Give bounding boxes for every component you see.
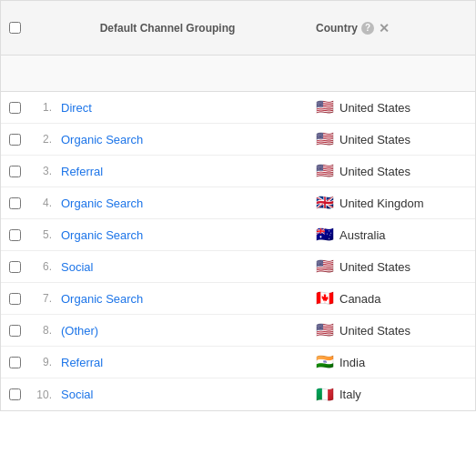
country-flag: 🇺🇸 (316, 165, 334, 177)
row-country-cell: 🇺🇸 United States (307, 101, 475, 115)
table-row: 4. Organic Search 🇬🇧 United Kingdom (1, 187, 475, 219)
country-name: United States (339, 165, 410, 178)
row-channel-label[interactable]: Social (56, 388, 307, 401)
row-channel-label[interactable]: Referral (56, 356, 307, 369)
country-flag: 🇬🇧 (316, 197, 334, 209)
row-channel-label[interactable]: (Other) (56, 324, 307, 338)
row-number: 3. (28, 165, 56, 177)
country-help-icon[interactable]: ? (361, 22, 374, 35)
header-checkbox[interactable] (9, 22, 21, 34)
row-checkbox[interactable] (9, 357, 21, 368)
row-checkbox[interactable] (9, 388, 21, 400)
row-checkbox-cell[interactable] (1, 357, 28, 368)
row-country-cell: 🇺🇸 United States (307, 133, 475, 146)
row-checkbox-cell[interactable] (1, 388, 28, 400)
row-number: 9. (28, 356, 56, 368)
table-row: 9. Referral 🇮🇳 India (1, 347, 475, 378)
country-flag: 🇮🇳 (316, 356, 334, 368)
row-checkbox-cell[interactable] (1, 166, 28, 177)
row-channel-label[interactable]: Organic Search (56, 292, 307, 306)
row-channel-label[interactable]: Direct (56, 101, 307, 115)
country-name: Italy (339, 388, 361, 401)
row-checkbox[interactable] (9, 197, 21, 209)
row-country-cell: 🇦🇺 Australia (307, 228, 475, 242)
row-number: 10. (28, 388, 56, 401)
country-flag: 🇮🇹 (316, 388, 334, 401)
row-country-cell: 🇮🇳 India (307, 356, 475, 369)
row-number: 4. (28, 197, 56, 209)
country-flag: 🇨🇦 (316, 292, 334, 305)
row-channel-label[interactable]: Organic Search (56, 228, 307, 242)
country-flag: 🇺🇸 (316, 101, 334, 114)
row-country-cell: 🇺🇸 United States (307, 165, 475, 178)
row-channel-label[interactable]: Referral (56, 165, 307, 178)
country-flag: 🇦🇺 (316, 228, 334, 241)
row-checkbox-cell[interactable] (1, 293, 28, 305)
row-number: 7. (28, 292, 56, 305)
row-country-cell: 🇬🇧 United Kingdom (307, 197, 475, 210)
row-checkbox-cell[interactable] (1, 102, 28, 114)
row-country-cell: 🇨🇦 Canada (307, 292, 475, 306)
row-checkbox[interactable] (9, 102, 21, 114)
table-row: 2. Organic Search 🇺🇸 United States (1, 124, 475, 156)
row-checkbox-cell[interactable] (1, 134, 28, 146)
country-name: United States (339, 133, 410, 146)
row-number: 8. (28, 324, 56, 337)
country-flag: 🇺🇸 (316, 260, 334, 273)
row-checkbox-cell[interactable] (1, 197, 28, 209)
country-name: Canada (339, 292, 381, 306)
row-number: 5. (28, 228, 56, 241)
table-row: 5. Organic Search 🇦🇺 Australia (1, 219, 475, 251)
table-row: 1. Direct 🇺🇸 United States (1, 92, 475, 124)
country-flag: 🇺🇸 (316, 133, 334, 146)
row-number: 6. (28, 260, 56, 273)
header-checkbox-cell[interactable] (1, 22, 28, 34)
country-name: United States (339, 324, 410, 338)
row-channel-label[interactable]: Organic Search (56, 197, 307, 210)
table-row: 8. (Other) 🇺🇸 United States (1, 315, 475, 347)
table-row: 6. Social 🇺🇸 United States (1, 251, 475, 283)
row-checkbox[interactable] (9, 134, 21, 146)
row-checkbox[interactable] (9, 166, 21, 177)
country-name: United States (339, 260, 410, 274)
table-body: 1. Direct 🇺🇸 United States 2. Organic Se… (1, 92, 475, 410)
row-number: 2. (28, 133, 56, 146)
row-channel-label[interactable]: Social (56, 260, 307, 274)
table-row: 7. Organic Search 🇨🇦 Canada (1, 283, 475, 315)
channel-header-label: Default Channel Grouping (100, 22, 236, 35)
country-name: Australia (339, 228, 386, 242)
table-row: 10. Social 🇮🇹 Italy (1, 378, 475, 410)
row-checkbox-cell[interactable] (1, 325, 28, 337)
row-checkbox[interactable] (9, 325, 21, 337)
country-header-label: Country (316, 22, 358, 35)
row-number: 1. (28, 101, 56, 114)
analytics-table: Default Channel Grouping Country ? ✕ 1. … (0, 0, 476, 411)
country-flag: 🇺🇸 (316, 324, 334, 337)
country-header: Country ? ✕ (307, 22, 475, 35)
row-country-cell: 🇮🇹 Italy (307, 388, 475, 401)
row-checkbox-cell[interactable] (1, 229, 28, 241)
row-country-cell: 🇺🇸 United States (307, 324, 475, 338)
row-checkbox[interactable] (9, 261, 21, 273)
country-close-icon[interactable]: ✕ (378, 22, 390, 35)
country-name: India (339, 356, 365, 369)
row-channel-label[interactable]: Organic Search (56, 133, 307, 146)
country-name: United States (339, 101, 410, 115)
row-checkbox[interactable] (9, 293, 21, 305)
row-checkbox-cell[interactable] (1, 261, 28, 273)
table-subheader (1, 55, 475, 92)
row-country-cell: 🇺🇸 United States (307, 260, 475, 274)
channel-header: Default Channel Grouping (28, 22, 307, 35)
table-header: Default Channel Grouping Country ? ✕ (1, 1, 475, 55)
row-checkbox[interactable] (9, 229, 21, 241)
country-name: United Kingdom (339, 197, 424, 210)
table-row: 3. Referral 🇺🇸 United States (1, 156, 475, 187)
